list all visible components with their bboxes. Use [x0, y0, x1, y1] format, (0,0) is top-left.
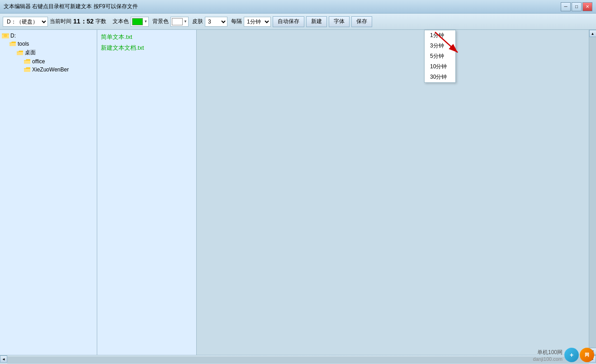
scroll-left-button[interactable]: ◄: [0, 355, 7, 363]
watermark-url: danji100.com: [533, 356, 563, 362]
text-color-label: 文本色: [113, 18, 129, 25]
tree-item-tools[interactable]: tools: [0, 40, 97, 48]
current-time: 11：52: [73, 18, 94, 26]
file-item-1[interactable]: 简单文本.txt: [99, 32, 194, 43]
bg-color-label: 背景色: [152, 18, 169, 25]
auto-save-button[interactable]: 自动保存: [273, 16, 304, 27]
text-color-arrow: ▼: [144, 19, 147, 24]
watermark-site: 单机100网: [537, 349, 563, 356]
folder-icon-xiezuo: [24, 66, 31, 73]
tree-item-drive[interactable]: D:: [0, 32, 97, 40]
interval-option-3min[interactable]: 3分钟: [425, 41, 455, 51]
bg-color-arrow: ▼: [184, 19, 187, 24]
folder-icon-tools: [9, 41, 16, 47]
file-list[interactable]: 简单文本.txt 新建文本文档.txt: [97, 30, 197, 355]
skin-select[interactable]: 3: [205, 17, 227, 27]
tree-item-office[interactable]: office: [0, 57, 97, 66]
watermark-logo-blue: +: [564, 348, 579, 362]
new-button[interactable]: 新建: [306, 16, 327, 27]
right-scrollbar[interactable]: ▲ ▼: [589, 30, 596, 355]
tree-item-xiezuo[interactable]: XieZuoWenBer: [0, 66, 97, 74]
text-color-picker[interactable]: ▼: [131, 17, 149, 27]
svg-point-2: [4, 34, 7, 37]
text-color-swatch: [132, 18, 143, 25]
drive-select[interactable]: D：（硬盘）: [3, 17, 48, 27]
skin-label: 皮肤: [192, 18, 203, 25]
drive-icon: [2, 33, 9, 39]
tree-label-office: office: [32, 58, 45, 65]
main-layout: D: tools 桌面 office: [0, 30, 596, 355]
file-item-2[interactable]: 新建文本文档.txt: [99, 43, 194, 53]
folder-icon-office: [24, 58, 31, 65]
folder-icon-desktop: [16, 50, 24, 56]
title-bar-controls: ─ □ ✕: [561, 2, 592, 11]
title-bar-text: 文本编辑器 右键点目录框可新建文本 按F9可以保存文件: [4, 3, 561, 10]
maximize-button[interactable]: □: [572, 2, 582, 11]
close-button[interactable]: ✕: [582, 2, 592, 11]
interval-option-5min[interactable]: 5分钟: [425, 51, 455, 61]
interval-option-30min[interactable]: 30分钟: [425, 72, 455, 82]
h-scroll-track: [7, 356, 589, 364]
tree-label-desktop: 桌面: [25, 49, 36, 57]
interval-dropdown-popup[interactable]: 1分钟 3分钟 5分钟 10分钟 30分钟: [424, 30, 456, 83]
title-bar: 文本编辑器 右键点目录框可新建文本 按F9可以保存文件 ─ □ ✕: [0, 0, 596, 14]
content-area: [197, 30, 589, 355]
scroll-up-button[interactable]: ▲: [589, 30, 596, 37]
bg-color-swatch: [172, 18, 183, 25]
scroll-track: [589, 37, 596, 348]
tree-label-drive: D:: [10, 33, 16, 39]
toolbar: D：（硬盘） 当前时间 11：52 字数 文本色 ▼ 背景色 ▼ 皮肤 3 每隔…: [0, 14, 596, 30]
time-label: 当前时间: [50, 18, 71, 25]
font-button[interactable]: 字体: [329, 16, 350, 27]
interval-option-1min[interactable]: 1分钟: [425, 30, 455, 41]
tree-label-tools: tools: [18, 41, 29, 47]
interval-select[interactable]: 1分钟 3分钟 5分钟 10分钟 30分钟: [244, 17, 271, 27]
tree-item-desktop[interactable]: 桌面: [0, 48, 97, 57]
char-count-label: 字数: [95, 18, 106, 25]
file-tree[interactable]: D: tools 桌面 office: [0, 30, 97, 355]
minimize-button[interactable]: ─: [561, 2, 571, 11]
save-button[interactable]: 保存: [351, 16, 372, 27]
watermark: 单机100网 danji100.com + 网: [533, 348, 594, 362]
interval-label: 每隔: [231, 18, 242, 25]
bottom-bar: ◄ ►: [0, 355, 596, 364]
interval-option-10min[interactable]: 10分钟: [425, 61, 455, 72]
watermark-logo-orange: 网: [580, 348, 594, 362]
bg-color-picker[interactable]: ▼: [170, 17, 189, 27]
tree-label-xiezuo: XieZuoWenBer: [32, 66, 69, 73]
